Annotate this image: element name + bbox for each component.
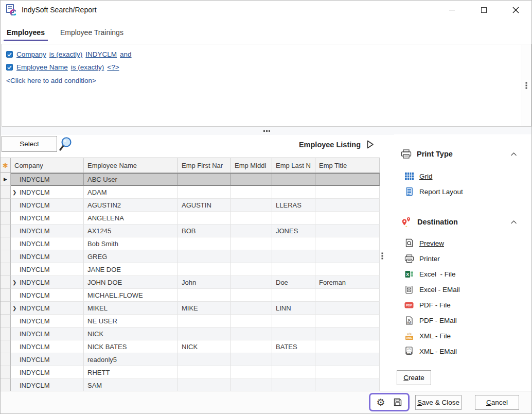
table-row[interactable]: INDYCLMBob Smith [1,237,380,250]
run-report-icon[interactable] [366,140,375,149]
excel-email-item[interactable]: Excel - EMail [394,282,532,297]
cell [231,276,272,289]
row-selector[interactable]: ▶ [1,173,11,186]
condition-panel-scrollbar[interactable] [522,45,530,126]
cell: INDYCLM [11,379,84,392]
row-selector[interactable] [1,366,11,379]
cell [272,186,315,199]
condition-link[interactable]: is (exactly) [49,50,83,58]
create-button[interactable]: Create [397,370,431,385]
row-selector[interactable] [1,199,11,212]
table-row[interactable]: INDYCLMreadonly5 [1,353,380,366]
cell [231,353,272,366]
table-row[interactable]: INDYCLMRHETT [1,366,380,379]
grid-item[interactable]: Grid [394,168,532,184]
table-row[interactable]: INDYCLMSAM [1,379,380,392]
add-condition-link[interactable]: <Click here to add condition> [6,74,519,87]
table-row[interactable]: INDYCLMJANE DOE [1,263,380,276]
xml-email-item[interactable]: </>XMLXML - EMail [394,343,532,359]
condition-link[interactable]: INDYCLM [85,50,117,58]
row-selector[interactable] [1,212,11,225]
table-row[interactable]: INDYCLMNICK BATESNICKBATES [1,340,380,353]
row-selector[interactable] [1,379,11,392]
column-header-emp-middl[interactable]: Emp Middl [231,158,272,173]
collapse-chevron-icon[interactable] [510,220,517,225]
horizontal-splitter[interactable] [1,127,532,135]
row-selector[interactable] [1,340,11,353]
cell: readonly5 [84,353,178,366]
grid-icon [403,173,415,180]
item-label: Excel - EMail [419,286,460,294]
pdf-email-item[interactable]: PDFPDF - EMail [394,313,532,328]
condition-panel: Companyis (exactly)INDYCLMandEmployee Na… [2,44,531,127]
collapse-chevron-icon[interactable] [510,152,517,157]
splitter-grip-icon [263,130,270,132]
cell [315,237,380,250]
table-row[interactable]: ❯INDYCLMJOHN DOEJohnDoeForeman [1,276,380,289]
row-selector[interactable] [1,327,11,340]
close-button[interactable] [500,1,531,19]
row-selector[interactable] [1,302,11,315]
maximize-button[interactable] [468,1,500,19]
condition-panel-resize-handle[interactable] [526,82,527,89]
cell: INDYCLM [11,173,84,186]
destination-header[interactable]: Destination [394,216,532,228]
cancel-button[interactable]: Cancel [475,395,519,410]
condition-link[interactable]: Employee Name [16,63,68,71]
table-row[interactable]: ❯INDYCLMMIKELMIKELINN [1,302,380,315]
preview-item[interactable]: Preview [394,235,532,251]
item-label: XML - EMail [419,348,457,355]
column-header-emp-title[interactable]: Emp Title [315,158,380,173]
table-row[interactable]: INDYCLMGREG [1,250,380,263]
gear-icon[interactable]: ⚙ [376,398,385,407]
item-label: Preview [419,239,444,247]
row-selector[interactable] [1,250,11,263]
row-selector[interactable] [1,263,11,276]
condition-link[interactable]: <?> [107,63,119,71]
minimize-button[interactable] [436,1,468,19]
excel-file-item[interactable]: XExcel - File [394,266,532,282]
column-header-emp-last-n[interactable]: Emp Last N [272,158,315,173]
condition-checkbox[interactable] [6,64,13,71]
condition-link[interactable]: and [120,50,132,58]
table-row[interactable]: INDYCLMAGUSTIN2AGUSTINLLERAS [1,199,380,212]
cell [231,315,272,327]
tab-employee-trainings[interactable]: Employee Trainings [59,26,125,41]
column-header-employee-name[interactable]: Employee Name [84,158,178,173]
column-header-emp-first-nar[interactable]: Emp First Nar [178,158,231,173]
row-selector[interactable] [1,225,11,237]
row-selector[interactable] [1,289,11,302]
row-selector[interactable] [1,276,11,289]
save-and-close-button[interactable]: Save & Close [415,395,462,410]
expand-chevron-icon[interactable]: ❯ [12,189,16,195]
printer-item[interactable]: Printer [394,251,532,266]
save-settings-icon[interactable] [393,398,402,407]
expand-chevron-icon[interactable]: ❯ [12,280,16,285]
report-item[interactable]: Report Layout [394,184,532,199]
tab-employees[interactable]: Employees [6,26,46,41]
row-selector[interactable] [1,315,11,327]
table-row[interactable]: ❯INDYCLMADAM [1,186,380,199]
expand-chevron-icon[interactable]: ❯ [12,305,16,311]
print-type-header[interactable]: Print Type [394,148,532,160]
column-header-company[interactable]: Company [11,158,84,173]
table-row[interactable]: INDYCLMNE USER [1,315,380,327]
pdf-file-item[interactable]: PDFPDF - File [394,297,532,313]
condition-link[interactable]: Company [16,50,46,58]
xml-file-item[interactable]: </>XMLXML - File [394,328,532,343]
row-selector[interactable] [1,237,11,250]
row-selector[interactable] [1,186,11,199]
condition-row: Companyis (exactly)INDYCLMand [6,48,519,61]
vertical-splitter[interactable] [382,253,383,260]
row-selector[interactable] [1,353,11,366]
new-row-header-cell[interactable]: ✱ [1,158,11,173]
table-row[interactable]: INDYCLMMICHAEL.FLOWE [1,289,380,302]
table-row[interactable]: INDYCLMANGELENA [1,212,380,225]
condition-checkbox[interactable] [6,51,13,58]
cell [231,302,272,315]
condition-link[interactable]: is (exactly) [71,63,104,71]
table-row[interactable]: INDYCLMAX1245BOBJONES [1,225,380,237]
cell [272,379,315,392]
table-row[interactable]: INDYCLMNICK [1,327,380,340]
table-row[interactable]: ▶INDYCLMABC User [1,173,380,186]
